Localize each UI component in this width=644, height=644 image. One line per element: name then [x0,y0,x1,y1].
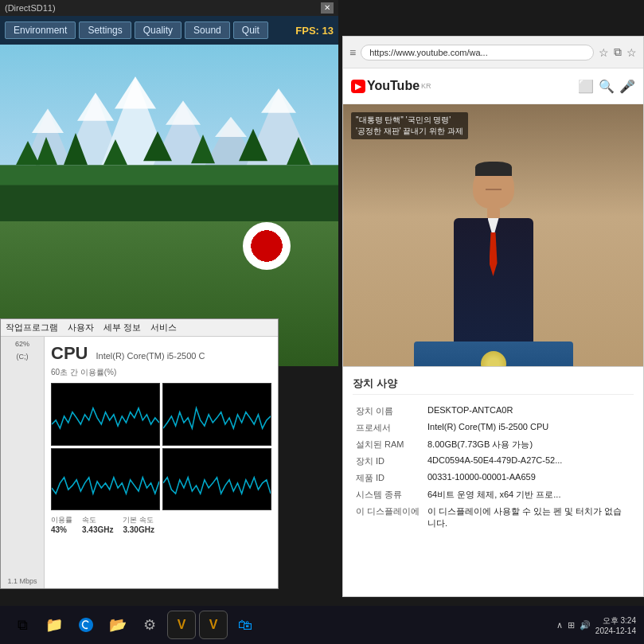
youtube-search-bar: ⬜ 🔍 🎤 [578,79,635,94]
fps-counter: FPS: 13 [295,25,334,37]
cpu-graph-3 [51,448,160,511]
cpu-graph-svg-3 [52,449,159,510]
sysinfo-label-5: 시스템 종류 [353,486,424,503]
store-taskbar-icon[interactable]: 🛍 [231,611,260,639]
sysinfo-value-0: DESKTOP-ANTCA0R [424,403,634,420]
sysinfo-row-5: 시스템 종류64비트 운영 체제, x64 기반 프로... [353,486,634,503]
youtube-header: ▶ YouTube KR ⬜ 🔍 🎤 [343,68,643,104]
files-taskbar-icon[interactable]: 📂 [103,611,132,639]
cpu-left-stat1: 62% [15,340,29,348]
youtube-logo-icon: ▶ [351,80,365,93]
youtube-video-area[interactable]: "대통령 탄핵" '국민의 명령' '공정한 재판' 끝내기 위한 과제 [343,104,643,385]
person-hair [475,162,512,176]
cpu-menu-services[interactable]: 서비스 [150,322,177,334]
browser-bookmark-icon[interactable]: ☆ [599,46,609,59]
explorer-taskbar-icon[interactable]: 📁 [40,611,68,639]
edge-taskbar-icon[interactable] [72,611,100,639]
settings-taskbar-icon[interactable]: ⚙ [135,611,164,639]
sysinfo-row-6: 이 디스플레이에이 디스플레이에 사용할 수 있는 펜 및 터치가 없습니다. [353,503,634,532]
quality-button[interactable]: Quality [135,21,181,39]
cpu-mbps: 1.1 Mbps [7,577,37,585]
person-neck [487,209,500,218]
svg-marker-8 [115,76,156,108]
cpu-menu-bar: 작업프로그램 사용자 세부 정보 서비스 [1,319,278,337]
youtube-search-icon[interactable]: 🔍 [599,79,615,94]
person-head [473,165,514,209]
youtube-search-input-icon[interactable]: ⬜ [578,79,594,94]
cpu-left-panel: 62% (C;) 1.1 Mbps [1,337,45,588]
sysinfo-value-5: 64비트 운영 체제, x64 기반 프로... [424,486,634,503]
sysinfo-value-6: 이 디스플레이에 사용할 수 있는 펜 및 터치가 없습니다. [424,503,634,532]
app1-taskbar-icon[interactable]: V [167,611,196,639]
youtube-kr-badge: KR [421,82,431,90]
sysinfo-value-2: 8.00GB(7.73GB 사용 가능) [424,436,634,453]
game-window: (DirectSD11) ✕ Environment Settings Qual… [0,0,338,366]
cpu-base-speed-stat: 기본 속도 3.30GHz [123,515,154,534]
sysinfo-label-1: 프로세서 [353,420,424,436]
game-title-text: (DirectSD11) [5,3,56,13]
sysinfo-value-1: Intel(R) Core(TM) i5-2500 CPU [424,420,634,436]
person-tie [490,232,498,276]
taskbar-arrow-up[interactable]: ∧ [556,620,563,630]
sysinfo-value-4: 00331-10000-00001-AA659 [424,470,634,486]
taskbar-right: ∧ ⊞ 🔊 오후 3:24 2024-12-14 [556,615,636,635]
svg-marker-6 [32,109,64,133]
taskview-icon[interactable]: ⧉ [8,611,37,639]
youtube-mic-icon[interactable]: 🎤 [619,79,635,94]
browser-share-icon[interactable]: ⧉ [614,45,622,59]
mountain-svg [0,60,338,221]
browser-bar: ≡ https://www.youtube.com/wa... ☆ ⧉ ☆ [343,37,643,68]
cpu-menu-users[interactable]: 사용자 [68,322,94,334]
youtube-window: ≡ https://www.youtube.com/wa... ☆ ⧉ ☆ ▶ … [342,36,644,386]
person-body [454,218,533,345]
browser-menu-icon[interactable]: ≡ [349,46,356,59]
person-figure [454,165,533,345]
youtube-logo: ▶ YouTube KR [351,79,431,93]
cpu-bottom-stats: 이용률 43% 속도 3.43GHz 기본 속도 3.30GHz [51,515,271,534]
sysinfo-panel: 장치 사양 장치 이름DESKTOP-ANTCA0R프로세서Intel(R) C… [342,366,644,597]
sysinfo-value-3: 4DC0594A-50E4-479D-A27C-52... [424,453,634,470]
quit-button[interactable]: Quit [233,21,268,39]
cpu-subtitle: 60초 간 이용률(%) [51,367,271,378]
cpu-window: 작업프로그램 사용자 세부 정보 서비스 62% (C;) 1.1 Mbps C… [0,318,279,589]
sysinfo-label-2: 설치된 RAM [353,436,424,453]
game-close-button[interactable]: ✕ [321,2,334,14]
taskbar-sound-icon[interactable]: 🔊 [580,620,591,630]
sysinfo-row-3: 장치 ID4DC0594A-50E4-479D-A27C-52... [353,453,634,470]
cpu-usage-stat: 이용률 43% [51,515,72,534]
browser-more-icon[interactable]: ☆ [626,46,637,59]
taskbar-clock: 오후 3:24 2024-12-14 [595,615,636,635]
cpu-menu-programs[interactable]: 작업프로그램 [6,322,58,334]
cpu-menu-details[interactable]: 세부 정보 [103,322,141,334]
sysinfo-title: 장치 사양 [353,377,634,395]
sysinfo-table: 장치 이름DESKTOP-ANTCA0R프로세서Intel(R) Core(TM… [353,403,634,532]
podium-area [406,131,581,385]
sysinfo-row-0: 장치 이름DESKTOP-ANTCA0R [353,403,634,420]
sysinfo-row-4: 제품 ID00331-10000-00001-AA659 [353,470,634,486]
cpu-speed-stat: 속도 3.43GHz [82,515,113,534]
cpu-graph-1 [51,383,160,446]
environment-button[interactable]: Environment [5,21,76,39]
cpu-main-panel: CPU Intel(R) Core(TM) i5-2500 C 60초 간 이용… [45,337,278,588]
taskbar-network-icon[interactable]: ⊞ [568,620,575,630]
svg-rect-22 [52,384,159,445]
sysinfo-row-2: 설치된 RAM8.00GB(7.73GB 사용 가능) [353,436,634,453]
cpu-left-stat2: (C;) [17,353,29,361]
app2-taskbar-icon[interactable]: V [199,611,228,639]
sysinfo-row-1: 프로세서Intel(R) Core(TM) i5-2500 CPU [353,420,634,436]
person-mouth [486,189,502,190]
cpu-header: CPU Intel(R) Core(TM) i5-2500 C [51,343,271,364]
sound-button[interactable]: Sound [185,21,230,39]
game-title-bar: (DirectSD11) ✕ [0,0,338,16]
person-collar [488,218,499,234]
settings-button[interactable]: Settings [79,21,131,39]
cpu-content: 62% (C;) 1.1 Mbps CPU Intel(R) Core(TM) … [1,337,278,588]
cpu-graphs-grid [51,383,271,510]
browser-url-bar[interactable]: https://www.youtube.com/wa... [361,45,594,60]
svg-rect-13 [0,185,338,221]
cpu-graph-svg-4 [163,449,271,510]
sysinfo-label-0: 장치 이름 [353,403,424,420]
cpu-graph-svg-1 [52,384,159,445]
game-toolbar: Environment Settings Quality Sound Quit … [0,16,338,45]
flag-emblem [243,222,291,270]
